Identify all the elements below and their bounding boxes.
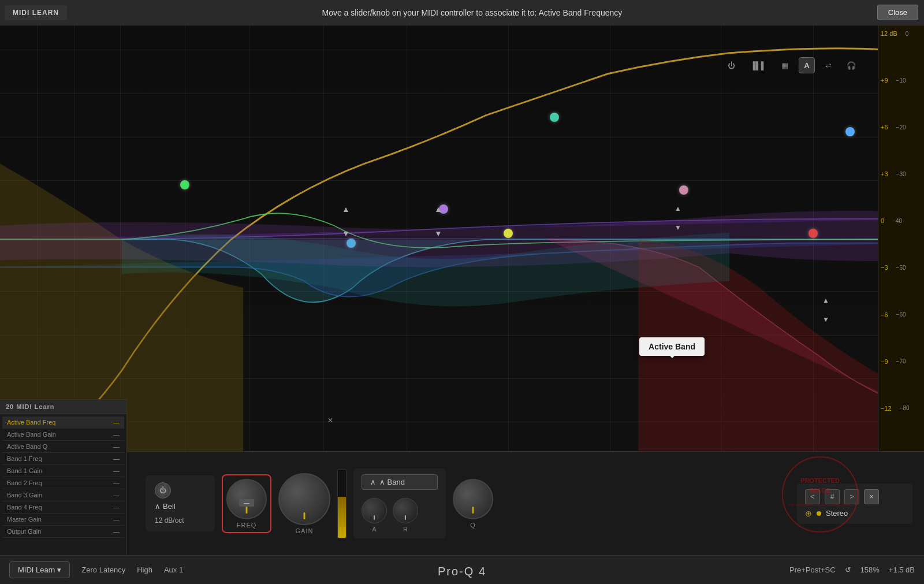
status-bar: MIDI Learn ▾ Zero Latency High Aux 1 Pro…: [0, 555, 924, 584]
spectrum-icon[interactable]: ▐▌▌: [746, 59, 771, 72]
headphones-icon[interactable]: 🎧: [842, 59, 860, 72]
gain-knob-label: GAIN: [296, 527, 314, 534]
q-knob-container: Q: [453, 479, 493, 529]
release-knob[interactable]: [393, 498, 418, 523]
nav-hash-button[interactable]: #: [825, 489, 840, 504]
band-arrow-up-2[interactable]: ▲: [342, 204, 350, 214]
active-band-tooltip: Active Band: [639, 337, 705, 356]
release-label: R: [403, 526, 408, 533]
midi-learn-badge: MIDI LEARN: [5, 5, 67, 20]
band-type-label: ∧ Bell: [155, 502, 206, 511]
a-button[interactable]: A: [799, 57, 815, 73]
band-btn-label: ∧ Band: [379, 478, 405, 486]
freq-knob[interactable]: —: [226, 479, 267, 519]
q-knob-indicator: [472, 507, 474, 514]
midi-learn-status-button[interactable]: MIDI Learn ▾: [9, 561, 70, 578]
db-line-n50: −50: [894, 265, 906, 271]
stereo-row: ⊕ Stereo: [805, 509, 904, 518]
midi-item-band2-freq[interactable]: Band 2 Freq—: [2, 477, 124, 489]
attack-knob[interactable]: [362, 498, 387, 523]
freq-knob-indicator: [246, 507, 248, 514]
link-icon: ⊕: [805, 509, 812, 518]
midi-item-band4-freq[interactable]: Band 4 Freq—: [2, 501, 124, 514]
band-arrow-up-7[interactable]: ▲: [822, 296, 829, 304]
db-line-n60: −60: [894, 311, 906, 318]
app-title: Pro-Q 4: [438, 565, 486, 578]
band-arrow-down-6[interactable]: ▼: [675, 224, 681, 232]
band-node-4[interactable]: [504, 229, 513, 238]
release-indicator: [405, 515, 406, 520]
midi-item-band1-gain[interactable]: Band 1 Gain—: [2, 465, 124, 477]
db-label-0: 0: [881, 217, 888, 224]
status-right: Pre+Post+SC ↺ 158% +1.5 dB: [789, 566, 915, 574]
mode-status: High: [137, 566, 152, 574]
q-knob-label: Q: [470, 522, 476, 529]
db-line-n10: −10: [894, 77, 906, 84]
aux-status: Aux 1: [164, 566, 183, 574]
close-band-button[interactable]: ×: [327, 415, 333, 426]
meter-fill: [338, 497, 346, 538]
band-arrow-down-3[interactable]: ▼: [434, 229, 442, 238]
title-bar: MIDI LEARN Move a slider/knob on your MI…: [0, 0, 924, 25]
freq-value-display: —: [239, 499, 254, 507]
power-icon[interactable]: ⏻: [723, 59, 740, 72]
band-close-button[interactable]: ×: [864, 489, 879, 504]
compare-icon[interactable]: ⇌: [821, 59, 836, 72]
band-node-2[interactable]: [346, 239, 356, 248]
midi-item-master-gain[interactable]: Master Gain—: [2, 514, 124, 526]
db-scale: 12 dB 0 +9 −10 +6 −20 +3 −30 0 −40 −3 −5…: [878, 25, 924, 509]
band-node-8[interactable]: [845, 127, 855, 136]
band-filter-type: Bell: [163, 502, 176, 511]
release-knob-container: R: [393, 498, 418, 533]
gain-meter: [337, 469, 346, 538]
loop-icon[interactable]: ↺: [845, 566, 851, 574]
db-line-0: 0: [903, 31, 909, 37]
band-arrow-down-7[interactable]: ▼: [822, 315, 829, 323]
midi-item-active-gain[interactable]: Active Band Gain—: [2, 429, 124, 441]
gain-knob-indicator: [304, 512, 305, 519]
band-node-1[interactable]: [180, 180, 189, 189]
midi-item-output-gain[interactable]: Output Gain—: [2, 526, 124, 538]
midi-item-active-freq[interactable]: Active Band Freq —: [2, 416, 124, 429]
routing-status: Pre+Post+SC: [789, 566, 836, 574]
nav-prev-button[interactable]: <: [805, 489, 820, 504]
band-arrow-up-6[interactable]: ▲: [675, 204, 681, 213]
attack-label: A: [372, 526, 376, 533]
close-button[interactable]: Close: [877, 5, 918, 20]
midi-item-active-q[interactable]: Active Band Q—: [2, 441, 124, 453]
nav-next-button[interactable]: >: [844, 489, 859, 504]
db-line-n30: −30: [894, 171, 906, 177]
right-navigation-panel: < # > × ⊕ Stereo: [797, 483, 912, 524]
right-band-controls: ∧ ∧ Band A R: [353, 468, 446, 538]
bottom-controls: ⏻ ∧ Bell 12 dB/oct — FREQ × GAIN: [0, 451, 924, 555]
app-container: MIDI LEARN Move a slider/knob on your MI…: [0, 0, 924, 584]
freq-knob-wrapper: — FREQ: [222, 474, 271, 533]
midi-learn-btn-label: MIDI Learn: [18, 566, 55, 574]
db-line-n40: −40: [890, 218, 902, 224]
band-arrow-up-3[interactable]: ▲: [434, 204, 442, 214]
band-btn-symbol: ∧: [370, 478, 376, 486]
midi-item-band3-gain[interactable]: Band 3 Gain—: [2, 489, 124, 501]
zoom-status: 158%: [860, 566, 880, 574]
band-power-button[interactable]: ⏻: [155, 482, 171, 499]
band-arrow-down-2[interactable]: ▼: [342, 229, 350, 238]
band-node-7[interactable]: [808, 229, 818, 238]
stereo-dot: [817, 511, 821, 516]
db-label-3: +3: [881, 170, 892, 177]
attack-knob-container: A: [362, 498, 387, 533]
db-label-12: 12 dB: [881, 30, 901, 37]
eq-display: ▲ ▼ ▲ ▼ ▲ ▼ ▲ ▼ 12 dB 0 +9 −10 +6 −20 +3…: [0, 25, 924, 509]
piano-icon[interactable]: ▦: [777, 59, 793, 72]
midi-item-band1-freq[interactable]: Band 1 Freq—: [2, 453, 124, 465]
band-node-5[interactable]: [550, 113, 559, 122]
db-label-n12: −12: [881, 405, 895, 412]
band-type-button[interactable]: ∧ ∧ Band: [362, 474, 438, 490]
db-line-n70: −70: [894, 358, 906, 364]
eq-curves: [0, 25, 924, 509]
band-node-6[interactable]: [679, 185, 688, 195]
midi-learn-dropdown-arrow: ▾: [57, 566, 61, 574]
band-panel: ⏻ ∧ Bell 12 dB/oct: [146, 475, 215, 531]
gain-knob[interactable]: [278, 473, 330, 525]
db-label-n3: −3: [881, 264, 892, 271]
q-knob[interactable]: [453, 479, 493, 519]
